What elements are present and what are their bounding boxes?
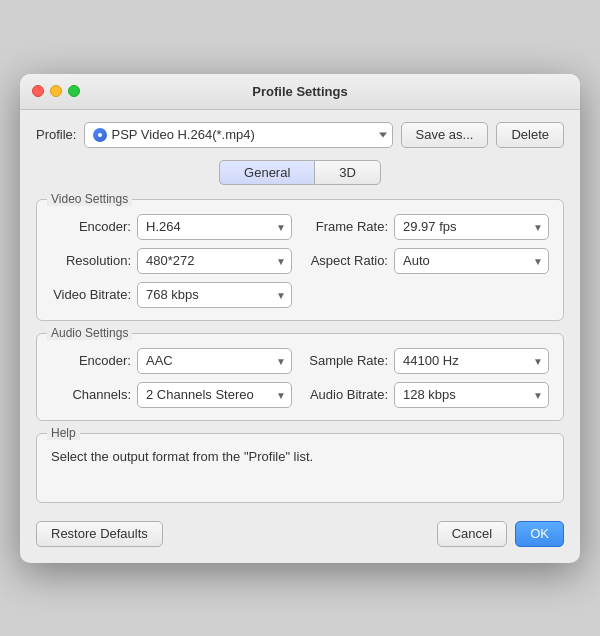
- maximize-button[interactable]: [68, 85, 80, 97]
- channels-label: Channels:: [51, 387, 131, 402]
- help-section: Help Select the output format from the "…: [36, 433, 564, 503]
- audio-encoder-row: Encoder: AAC ▼: [51, 348, 292, 374]
- window-content: Profile: PSP Video H.264(*.mp4) Save as.…: [20, 110, 580, 563]
- video-settings-title: Video Settings: [47, 192, 132, 206]
- audio-settings-title: Audio Settings: [47, 326, 132, 340]
- help-text: Select the output format from the "Profi…: [51, 448, 549, 466]
- tab-3d[interactable]: 3D: [314, 160, 381, 185]
- bottom-bar: Restore Defaults Cancel OK: [36, 517, 564, 547]
- encoder-row: Encoder: H.264 ▼: [51, 214, 292, 240]
- close-button[interactable]: [32, 85, 44, 97]
- profile-settings-window: Profile Settings Profile: PSP Video H.26…: [20, 74, 580, 563]
- delete-button[interactable]: Delete: [496, 122, 564, 148]
- audio-bitrate-row: Audio Bitrate: 128 kbps ▼: [308, 382, 549, 408]
- sample-rate-row: Sample Rate: 44100 Hz ▼: [308, 348, 549, 374]
- bottom-right-buttons: Cancel OK: [437, 521, 564, 547]
- profile-chevron-icon: [379, 132, 387, 137]
- help-title: Help: [47, 426, 80, 440]
- audio-bitrate-select-wrapper: 128 kbps ▼: [394, 382, 549, 408]
- sample-rate-select[interactable]: 44100 Hz: [394, 348, 549, 374]
- profile-select[interactable]: PSP Video H.264(*.mp4): [84, 122, 392, 148]
- window-title: Profile Settings: [252, 84, 347, 99]
- cancel-button[interactable]: Cancel: [437, 521, 507, 547]
- audio-settings-section: Audio Settings Encoder: AAC ▼ Sample Rat…: [36, 333, 564, 421]
- tab-general[interactable]: General: [219, 160, 314, 185]
- video-bitrate-select-wrapper: 768 kbps ▼: [137, 282, 292, 308]
- audio-encoder-select-wrapper: AAC ▼: [137, 348, 292, 374]
- channels-row: Channels: 2 Channels Stereo ▼: [51, 382, 292, 408]
- video-bitrate-label: Video Bitrate:: [51, 287, 131, 302]
- frame-rate-label: Frame Rate:: [308, 219, 388, 234]
- video-settings-section: Video Settings Encoder: H.264 ▼ Frame Ra…: [36, 199, 564, 321]
- profile-value: PSP Video H.264(*.mp4): [111, 127, 254, 142]
- restore-defaults-button[interactable]: Restore Defaults: [36, 521, 163, 547]
- resolution-row: Resolution: 480*272 ▼: [51, 248, 292, 274]
- save-as-button[interactable]: Save as...: [401, 122, 489, 148]
- audio-encoder-label: Encoder:: [51, 353, 131, 368]
- aspect-ratio-select-wrapper: Auto ▼: [394, 248, 549, 274]
- resolution-select-wrapper: 480*272 ▼: [137, 248, 292, 274]
- profile-row: Profile: PSP Video H.264(*.mp4) Save as.…: [36, 122, 564, 148]
- video-bitrate-row: Video Bitrate: 768 kbps ▼: [51, 282, 292, 308]
- tabs: General 3D: [36, 160, 564, 185]
- aspect-ratio-label: Aspect Ratio:: [308, 253, 388, 268]
- sample-rate-select-wrapper: 44100 Hz ▼: [394, 348, 549, 374]
- frame-rate-row: Frame Rate: 29.97 fps ▼: [308, 214, 549, 240]
- profile-label: Profile:: [36, 127, 76, 142]
- audio-bitrate-select[interactable]: 128 kbps: [394, 382, 549, 408]
- frame-rate-select[interactable]: 29.97 fps: [394, 214, 549, 240]
- video-bitrate-select[interactable]: 768 kbps: [137, 282, 292, 308]
- encoder-select[interactable]: H.264: [137, 214, 292, 240]
- minimize-button[interactable]: [50, 85, 62, 97]
- video-settings-grid: Encoder: H.264 ▼ Frame Rate: 29.97 fps: [51, 214, 549, 308]
- ok-button[interactable]: OK: [515, 521, 564, 547]
- channels-select-wrapper: 2 Channels Stereo ▼: [137, 382, 292, 408]
- frame-rate-select-wrapper: 29.97 fps ▼: [394, 214, 549, 240]
- sample-rate-label: Sample Rate:: [308, 353, 388, 368]
- audio-settings-grid: Encoder: AAC ▼ Sample Rate: 44100 Hz: [51, 348, 549, 408]
- encoder-label: Encoder:: [51, 219, 131, 234]
- encoder-select-wrapper: H.264 ▼: [137, 214, 292, 240]
- aspect-ratio-select[interactable]: Auto: [394, 248, 549, 274]
- titlebar: Profile Settings: [20, 74, 580, 110]
- audio-encoder-select[interactable]: AAC: [137, 348, 292, 374]
- aspect-ratio-row: Aspect Ratio: Auto ▼: [308, 248, 549, 274]
- resolution-select[interactable]: 480*272: [137, 248, 292, 274]
- audio-bitrate-label: Audio Bitrate:: [308, 387, 388, 402]
- traffic-lights: [32, 85, 80, 97]
- channels-select[interactable]: 2 Channels Stereo: [137, 382, 292, 408]
- disc-icon: [93, 128, 107, 142]
- profile-combo[interactable]: PSP Video H.264(*.mp4): [84, 122, 392, 148]
- resolution-label: Resolution:: [51, 253, 131, 268]
